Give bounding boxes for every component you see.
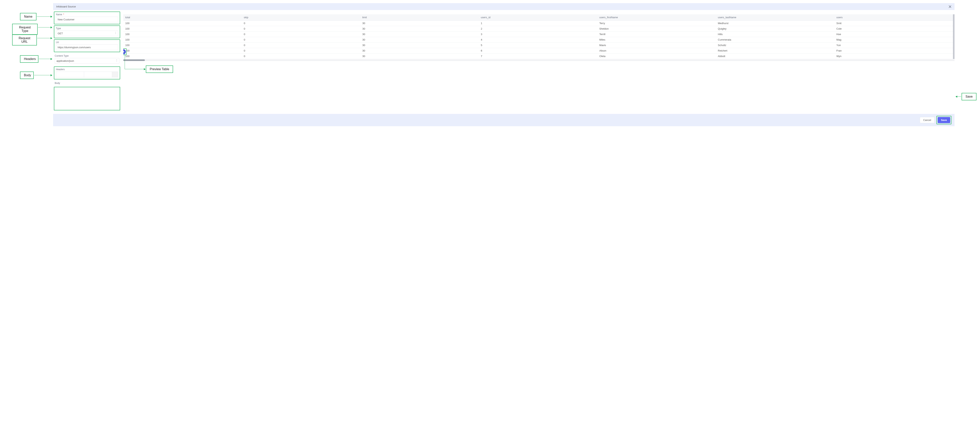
name-label: Name * bbox=[56, 13, 118, 17]
table-cell: Sheldon bbox=[597, 26, 716, 32]
table-cell: 30 bbox=[360, 43, 479, 48]
preview-table: totalskiplimitusers_idusers_firstNameuse… bbox=[123, 14, 953, 59]
callout-request-type-label: Request Type bbox=[19, 25, 31, 32]
table-cell: Yun bbox=[834, 43, 953, 48]
table-cell: 30 bbox=[360, 54, 479, 59]
headers-grid[interactable] bbox=[56, 72, 118, 77]
headers-label: Headers bbox=[56, 68, 118, 72]
type-select[interactable]: GET ˄˅ bbox=[56, 30, 118, 36]
callout-request-type: Request Type bbox=[12, 24, 38, 35]
table-cell: Terry bbox=[597, 21, 716, 26]
table-header-cell: users_lastName bbox=[716, 14, 835, 21]
table-cell: Abbott bbox=[716, 54, 835, 59]
table-header-row: totalskiplimitusers_idusers_firstNameuse… bbox=[123, 14, 953, 21]
content-type-field: Content Type application/json ˄˅ bbox=[54, 53, 120, 65]
headers-field: Headers bbox=[54, 67, 120, 80]
table-cell: Smit bbox=[834, 21, 953, 26]
chevron-updown-icon: ˄˅ bbox=[116, 60, 118, 62]
table-row: 1000301TerryMedhurstSmit bbox=[123, 21, 953, 26]
callout-body-label: Body bbox=[24, 73, 31, 77]
content-type-select[interactable]: application/json ˄˅ bbox=[55, 58, 119, 64]
arrow-preview-h bbox=[125, 69, 145, 69]
body-field-label-wrap: Body bbox=[54, 81, 120, 86]
callout-request-url-label: Request URL bbox=[19, 37, 30, 43]
callout-headers-label: Headers bbox=[24, 57, 36, 61]
table-cell: 2 bbox=[479, 26, 597, 32]
name-field: Name * bbox=[54, 11, 120, 24]
table-header-cell: limit bbox=[360, 14, 479, 21]
url-input[interactable] bbox=[56, 45, 118, 50]
save-button[interactable]: Save bbox=[938, 117, 950, 123]
table-cell: 30 bbox=[360, 48, 479, 54]
table-cell: Wyn bbox=[834, 54, 953, 59]
table-cell: Cole bbox=[834, 26, 953, 32]
table-cell: 7 bbox=[479, 54, 597, 59]
table-cell: 100 bbox=[123, 26, 242, 32]
table-cell: 0 bbox=[242, 48, 360, 54]
table-cell: Mavis bbox=[597, 43, 716, 48]
table-cell: 1 bbox=[479, 21, 597, 26]
chevron-updown-icon: ˄˅ bbox=[115, 32, 116, 35]
table-header-cell: skip bbox=[242, 14, 360, 21]
table-row: 1000306AlisonReichertFran bbox=[123, 48, 953, 54]
horizontal-scrollbar[interactable] bbox=[123, 59, 955, 61]
type-label: Type bbox=[56, 27, 118, 30]
table-body: 1000301TerryMedhurstSmit1000302SheldonQu… bbox=[123, 21, 953, 59]
table-row: 1000307OletaAbbottWyn bbox=[123, 54, 953, 59]
table-cell: Schultz bbox=[716, 43, 835, 48]
callout-headers: Headers bbox=[20, 55, 38, 63]
table-row: 1000302SheldonQuigleyCole bbox=[123, 26, 953, 32]
table-cell: 5 bbox=[479, 43, 597, 48]
arrow-body bbox=[34, 75, 52, 75]
preview-column: totalskiplimitusers_idusers_firstNameuse… bbox=[123, 11, 955, 110]
table-cell: Medhurst bbox=[716, 21, 835, 26]
header-value-cell[interactable] bbox=[84, 72, 112, 77]
header-action-cell[interactable] bbox=[112, 72, 118, 77]
table-row: 1000305MavisSchultzYun bbox=[123, 43, 953, 48]
table-cell: Hoe bbox=[834, 32, 953, 37]
table-cell: 30 bbox=[360, 37, 479, 43]
table-header-cell: users_id bbox=[479, 14, 597, 21]
table-row: 1000303TerrillHillsHoe bbox=[123, 32, 953, 37]
table-cell: 100 bbox=[123, 21, 242, 26]
header-key-cell[interactable] bbox=[56, 72, 84, 77]
table-cell: 0 bbox=[242, 26, 360, 32]
table-cell: Miles bbox=[597, 37, 716, 43]
run-preview-highlight bbox=[123, 48, 127, 55]
table-cell: 0 bbox=[242, 32, 360, 37]
callout-preview-table-label: Preview Table bbox=[150, 67, 169, 71]
table-cell: Reichert bbox=[716, 48, 835, 54]
callout-save-label: Save bbox=[966, 95, 972, 98]
type-value: GET bbox=[57, 32, 63, 35]
table-cell: Fran bbox=[834, 48, 953, 54]
table-cell: Hills bbox=[716, 32, 835, 37]
play-icon bbox=[123, 51, 124, 53]
scrollbar-thumb[interactable] bbox=[123, 59, 145, 61]
body-label: Body bbox=[55, 81, 119, 85]
table-header-cell: total bbox=[123, 14, 242, 21]
table-cell: Oleta bbox=[597, 54, 716, 59]
table-cell: 30 bbox=[360, 32, 479, 37]
arrow-save bbox=[956, 96, 961, 97]
modal-footer: Cancel Save bbox=[53, 114, 955, 126]
callout-name-label: Name bbox=[24, 15, 33, 18]
name-input[interactable] bbox=[56, 17, 118, 22]
cancel-button[interactable]: Cancel bbox=[920, 117, 934, 123]
content-type-label: Content Type bbox=[55, 54, 119, 58]
body-textarea[interactable] bbox=[54, 87, 120, 110]
table-cell: 100 bbox=[123, 43, 242, 48]
table-cell: 30 bbox=[360, 26, 479, 32]
table-cell: 0 bbox=[242, 54, 360, 59]
table-cell: 100 bbox=[123, 48, 242, 54]
table-header-cell: users bbox=[834, 14, 953, 21]
required-asterisk: * bbox=[63, 13, 64, 16]
table-cell: 3 bbox=[479, 32, 597, 37]
close-icon[interactable] bbox=[949, 5, 951, 8]
form-column: Name * Type GET ˄˅ Url Content Type appl… bbox=[53, 11, 120, 110]
save-highlight: Save bbox=[937, 116, 951, 124]
table-cell: 4 bbox=[479, 37, 597, 43]
table-cell: Terrill bbox=[597, 32, 716, 37]
table-cell: Mag bbox=[834, 37, 953, 43]
content-type-value: application/json bbox=[56, 59, 74, 62]
table-cell: 0 bbox=[242, 37, 360, 43]
